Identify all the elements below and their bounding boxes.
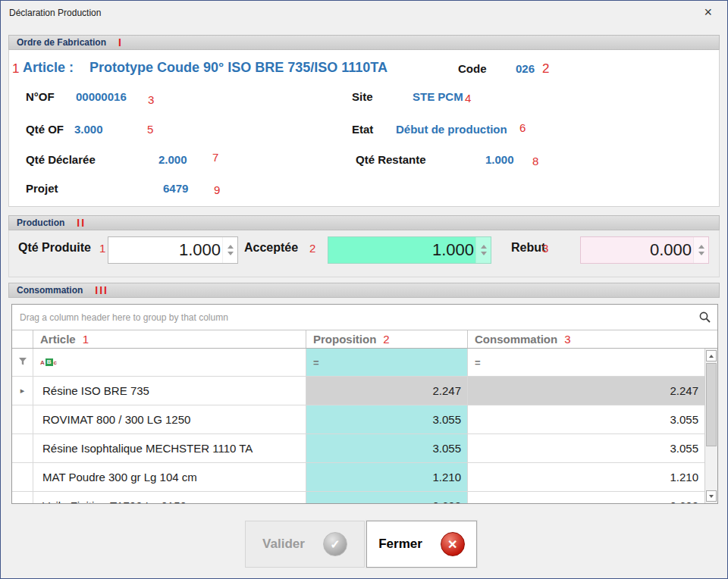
column-header-article[interactable]: Article 1: [33, 330, 306, 348]
fermer-button[interactable]: Fermer ✕: [366, 521, 477, 568]
section-title: Consommation: [17, 285, 83, 296]
qte-produite-spinner[interactable]: [222, 237, 237, 263]
column-label: Proposition: [313, 333, 376, 346]
search-icon[interactable]: [698, 311, 711, 326]
qte-produite-input[interactable]: 1.000: [108, 236, 238, 264]
grid-group-panel[interactable]: Drag a column header here to group by th…: [12, 305, 717, 330]
consommation-grid: Drag a column header here to group by th…: [11, 304, 718, 504]
funnel-icon: [18, 355, 27, 369]
column-header-proposition[interactable]: Proposition 2: [306, 330, 468, 348]
annotation-qte-restante: 8: [532, 155, 538, 167]
spin-up-icon[interactable]: [698, 245, 704, 249]
section-marker-2: II: [77, 217, 86, 229]
header-indicator-cell: [12, 330, 33, 348]
acceptee-input[interactable]: 1.000: [328, 236, 491, 264]
table-row[interactable]: ▸ Résine ISO BRE 735 2.247 2.247: [12, 377, 704, 405]
row-indicator-cell[interactable]: [12, 492, 33, 504]
table-row[interactable]: ROVIMAT 800 / 300 LG 1250 3.055 3.055: [12, 405, 704, 434]
annotation-qte-declaree: 7: [212, 151, 218, 164]
cell-article[interactable]: Résine ISO BRE 735: [33, 377, 306, 405]
qte-declaree-label: Qté Déclarée: [26, 153, 96, 166]
cell-proposition[interactable]: 3.055: [306, 434, 468, 462]
rebut-value: 0.000: [581, 237, 692, 263]
row-indicator-cell[interactable]: [12, 434, 33, 462]
scrollbar-thumb[interactable]: [706, 363, 717, 446]
arrow-up-icon: [709, 355, 714, 358]
row-indicator-cell[interactable]: [12, 463, 33, 491]
cell-consommation[interactable]: 3.055: [468, 434, 704, 462]
cell-article[interactable]: Résine Isophtalique MECHSTER 1110 TA: [33, 434, 306, 462]
section-marker-3: III: [95, 284, 108, 296]
titlebar: Déclaration Production ×: [1, 1, 727, 25]
section-header-consommation: Consommation III: [8, 283, 720, 298]
cell-proposition[interactable]: 2.247: [306, 377, 468, 405]
window-title: Déclaration Production: [9, 8, 101, 18]
close-icon[interactable]: ×: [704, 5, 712, 19]
spin-up-icon[interactable]: [481, 245, 487, 249]
rebut-input[interactable]: 0.000: [580, 236, 709, 264]
acceptee-label: Acceptée: [244, 241, 298, 255]
grid-rows-area: ABc = = ▸ Résine ISO BRE 735 2.247 2.247…: [12, 349, 704, 504]
cell-proposition[interactable]: 3.055: [306, 405, 468, 433]
section-title: Production: [17, 218, 64, 228]
cell-consommation[interactable]: 1.210: [468, 463, 704, 491]
annotation-nof: 3: [148, 93, 154, 106]
abc-filter-icon: ABc: [40, 358, 57, 366]
cell-proposition[interactable]: 0.608: [306, 492, 468, 504]
close-cross-icon: ✕: [441, 532, 465, 556]
cell-consommation[interactable]: 0.608: [468, 492, 704, 504]
cell-proposition[interactable]: 1.210: [306, 463, 468, 491]
qte-produite-label: Qté Produite: [18, 241, 91, 255]
table-row[interactable]: MAT Poudre 300 gr Lg 104 cm 1.210 1.210: [12, 463, 704, 492]
annotation-code: 2: [542, 61, 549, 77]
acceptee-spinner[interactable]: [475, 237, 491, 263]
cell-article[interactable]: Voile Finition T1702 Lg 0150: [33, 492, 306, 504]
etat-label: Etat: [352, 123, 373, 136]
section-header-production: Production II: [8, 215, 720, 230]
vertical-scrollbar[interactable]: [704, 349, 717, 503]
group-panel-text: Drag a column header here to group by th…: [20, 312, 228, 323]
annotation-prod-1: 1: [99, 242, 105, 255]
annotation-qte-of: 5: [147, 123, 153, 136]
rebut-spinner[interactable]: [693, 237, 708, 263]
annotation-col-3: 3: [564, 333, 570, 346]
table-row[interactable]: Résine Isophtalique MECHSTER 1110 TA 3.0…: [12, 434, 704, 463]
annotation-prod-2: 2: [309, 242, 315, 255]
declaration-production-dialog: Déclaration Production × Ordre de Fabric…: [0, 0, 728, 579]
equals-icon: =: [475, 357, 481, 368]
valider-label: Valider: [262, 537, 305, 552]
valider-button[interactable]: Valider ✓: [245, 521, 365, 568]
section-title: Ordre de Fabrication: [17, 37, 106, 48]
cell-article[interactable]: ROVIMAT 800 / 300 LG 1250: [33, 405, 306, 433]
spin-up-icon[interactable]: [228, 245, 234, 249]
spin-down-icon[interactable]: [698, 252, 704, 255]
column-label: Consommation: [475, 333, 557, 346]
proposition-filter-cell[interactable]: =: [306, 349, 468, 376]
column-header-consommation[interactable]: Consommation 3: [468, 330, 717, 348]
qte-restante-value: 1.000: [485, 153, 514, 166]
consommation-filter-cell[interactable]: =: [468, 349, 704, 376]
rebut-label: Rebut: [511, 241, 545, 255]
row-indicator-cell[interactable]: [12, 405, 33, 433]
column-label: Article: [40, 333, 76, 346]
article-filter-cell[interactable]: ABc: [33, 349, 306, 376]
etat-value: Début de production: [396, 123, 507, 136]
nof-label: N°OF: [26, 90, 55, 103]
spin-down-icon[interactable]: [228, 252, 234, 255]
row-indicator-cell[interactable]: ▸: [12, 377, 33, 405]
table-row[interactable]: Voile Finition T1702 Lg 0150 0.608 0.608: [12, 492, 704, 504]
scroll-down-button[interactable]: [706, 490, 717, 502]
fermer-label: Fermer: [378, 537, 422, 552]
cell-consommation[interactable]: 2.247: [468, 377, 704, 405]
annotation-col-2: 2: [383, 333, 389, 346]
filter-indicator-cell: [12, 349, 33, 376]
annotation-site: 4: [465, 92, 471, 105]
projet-label: Projet: [26, 182, 58, 195]
code-label: Code: [458, 62, 487, 75]
grid-header-row: Article 1 Proposition 2 Consommation 3: [12, 330, 717, 349]
cell-article[interactable]: MAT Poudre 300 gr Lg 104 cm: [33, 463, 306, 491]
cell-consommation[interactable]: 3.055: [468, 405, 704, 433]
scroll-up-button[interactable]: [706, 350, 717, 361]
spin-down-icon[interactable]: [481, 252, 487, 255]
grid-body: ABc = = ▸ Résine ISO BRE 735 2.247 2.247…: [12, 349, 717, 503]
